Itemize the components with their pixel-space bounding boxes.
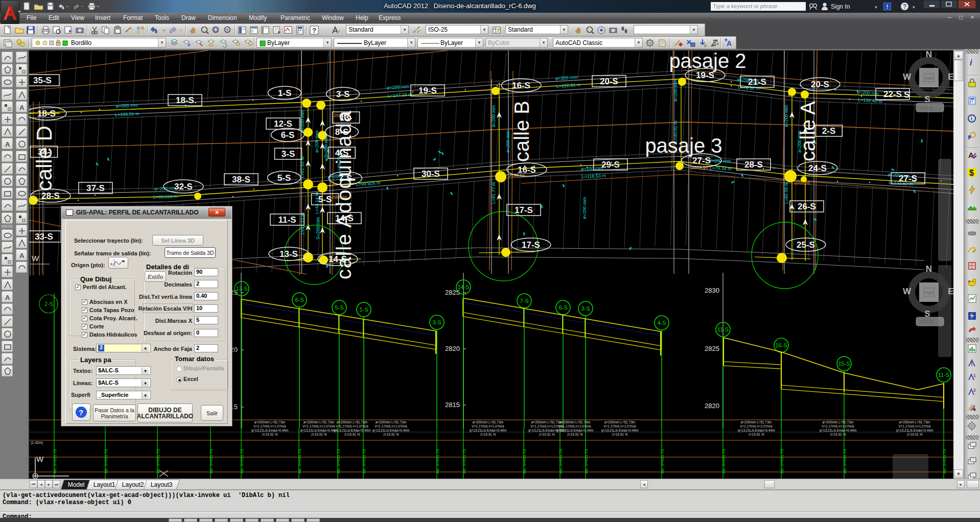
svg-text:A: A (19, 104, 25, 111)
svg-text:V=1.17m/s n=1.07m/s: V=1.17m/s n=1.07m/s (302, 424, 335, 428)
svg-text:Ab. 0+051.73: Ab. 0+051.73 (53, 449, 57, 473)
svg-text:W: W (36, 455, 44, 463)
svg-text:ø=200mm L=51.73m: ø=200mm L=51.73m (559, 420, 590, 424)
svg-text:2820: 2820 (705, 402, 719, 410)
svg-text:11-S: 11-S (717, 326, 729, 333)
svg-text:q=13.21L/s Emax=0.44m: q=13.21L/s Emax=0.44m (470, 429, 507, 433)
svg-text:ø=200mm L=51.73m: ø=200mm L=51.73m (337, 420, 367, 424)
svg-text:V=1.17m/s n=1.07m/s: V=1.17m/s n=1.07m/s (822, 424, 854, 428)
svg-text:ø=200 mm: ø=200 mm (154, 185, 177, 192)
svg-text:19-S: 19-S (696, 70, 714, 80)
svg-text:ø=200 mm: ø=200 mm (582, 197, 587, 219)
svg-text:J=19.91 %: J=19.91 % (907, 433, 923, 436)
svg-text:V=1.17m/s n=1.07m/s: V=1.17m/s n=1.07m/s (898, 424, 931, 428)
svg-text:N: N (926, 264, 932, 274)
svg-text:J=19.91 %: J=19.91 % (480, 433, 496, 436)
svg-text:19-S: 19-S (418, 86, 437, 96)
svg-text:ø=200mm L=51.73m: ø=200mm L=51.73m (473, 420, 503, 424)
svg-text:24-S: 24-S (808, 163, 827, 173)
svg-text:1-S: 1-S (359, 306, 368, 313)
svg-text:W: W (903, 72, 912, 82)
svg-text:J=19.91 %: J=19.91 % (539, 433, 555, 436)
svg-text:Ab. 0+051.73: Ab. 0+051.73 (362, 449, 366, 473)
svg-text:S: S (924, 94, 930, 104)
svg-text:?: ? (312, 27, 316, 34)
svg-text:N: N (926, 51, 932, 59)
svg-text:32-S: 32-S (174, 182, 193, 192)
svg-text:7-S: 7-S (520, 298, 528, 304)
svg-text:V=1.17m/s n=1.07m/s: V=1.17m/s n=1.07m/s (603, 424, 636, 428)
svg-text:38-S: 38-S (232, 175, 250, 184)
svg-text:2825: 2825 (705, 345, 719, 352)
svg-text:Ab. 0+051.73: Ab. 0+051.73 (558, 449, 563, 473)
svg-text:Ab. 0+051.73: Ab. 0+051.73 (156, 449, 160, 473)
svg-text:17-S: 17-S (515, 205, 533, 215)
svg-text:27-S: 27-S (692, 156, 711, 165)
svg-text:J=19.91 %: J=19.91 % (344, 433, 360, 436)
svg-text:ø=200 mm: ø=200 mm (491, 105, 496, 127)
svg-text:14-S: 14-S (457, 284, 469, 290)
svg-text:A: A (968, 151, 974, 159)
svg-text:ø=200 mm: ø=200 mm (673, 80, 678, 102)
svg-text:Ab. 0+051.73: Ab. 0+051.73 (104, 449, 108, 473)
svg-text:q=13.21L/s Emax=0.44m: q=13.21L/s Emax=0.44m (300, 429, 338, 433)
svg-text:4-S: 4-S (657, 320, 666, 326)
svg-text:W: W (32, 254, 39, 263)
svg-text:3-S: 3-S (282, 149, 295, 159)
svg-text:WCS: WCS (920, 105, 934, 111)
svg-text:*: * (110, 262, 113, 268)
svg-text:18-S: 18-S (37, 109, 56, 118)
svg-text:20-S: 20-S (811, 80, 829, 89)
svg-text:4-S: 4-S (335, 148, 348, 158)
svg-text:29-S: 29-S (601, 160, 620, 170)
svg-text:11-S: 11-S (278, 215, 296, 225)
svg-text:Ab. 0+051.73: Ab. 0+051.73 (780, 449, 784, 473)
svg-text:14-S: 14-S (329, 254, 347, 264)
svg-text:TOP: TOP (925, 291, 933, 295)
svg-text:8-S: 8-S (335, 127, 348, 137)
svg-text:ø=200mm L=51.73m: ø=200mm L=51.73m (531, 420, 562, 424)
svg-text:q=13.21L/s Emax=0.44m: q=13.21L/s Emax=0.44m (334, 429, 371, 433)
svg-text:0: 0 (704, 43, 707, 48)
svg-text:28-S: 28-S (744, 160, 763, 170)
svg-text:2688.56: 2688.56 (794, 180, 810, 185)
svg-text:11-S: 11-S (938, 372, 949, 378)
svg-text:Ab. 0+051.73: Ab. 0+051.73 (522, 449, 527, 473)
svg-text:q=13.21L/s Emax=0.44m: q=13.21L/s Emax=0.44m (556, 429, 594, 433)
svg-text:TOP: TOP (925, 76, 933, 81)
svg-text:3-S: 3-S (336, 89, 349, 99)
svg-text:2: 2 (973, 388, 976, 393)
svg-text:L=79.34 m: L=79.34 m (710, 165, 732, 171)
svg-text:21-S: 21-S (748, 77, 766, 87)
svg-text:E: E (948, 287, 953, 296)
svg-text:Ab. 0+051.73: Ab. 0+051.73 (721, 449, 726, 473)
svg-text:2820: 2820 (445, 345, 460, 352)
svg-text:calle A: calle A (797, 101, 819, 161)
svg-text:calle B: calle B (510, 101, 533, 162)
svg-text:ø=200mm L=51.73m: ø=200mm L=51.73m (604, 420, 635, 424)
svg-text:V=1.17m/s n=1.07m/s: V=1.17m/s n=1.07m/s (740, 424, 773, 428)
svg-text:2-S: 2-S (44, 301, 53, 307)
svg-text:3-S: 3-S (432, 319, 441, 325)
svg-text:A: A (727, 39, 732, 48)
svg-text:ø=200 mm: ø=200 mm (314, 131, 319, 153)
svg-text:ø=200 mm: ø=200 mm (300, 110, 305, 132)
svg-text:15-S: 15-S (838, 361, 850, 367)
svg-text:7-S: 7-S (339, 174, 352, 183)
svg-text:W: W (903, 287, 912, 296)
svg-text:V=1.17m/s n=1.07m/s: V=1.17m/s n=1.07m/s (472, 424, 504, 428)
svg-text:Ab. 0+051.73: Ab. 0+051.73 (435, 449, 440, 473)
svg-text:L=65.09 m: L=65.09 m (784, 182, 789, 204)
svg-text:E: E (948, 72, 953, 82)
svg-text:J=19.91 %: J=19.91 % (567, 433, 583, 436)
svg-text:ø=200 mm: ø=200 mm (784, 105, 789, 127)
svg-text:?: ? (79, 408, 83, 417)
svg-text:J=19.91 %: J=19.91 % (311, 433, 327, 436)
svg-text:25-S: 25-S (797, 240, 815, 250)
svg-text:WCS: WCS (920, 319, 934, 325)
svg-text:2688.56: 2688.56 (691, 165, 708, 170)
svg-text:i: i (971, 116, 972, 122)
svg-text:ø=200mm L=51.73m: ø=200mm L=51.73m (823, 420, 853, 424)
svg-text:A: A (5, 140, 10, 148)
svg-text:J=19.91 %: J=19.91 % (830, 433, 846, 436)
